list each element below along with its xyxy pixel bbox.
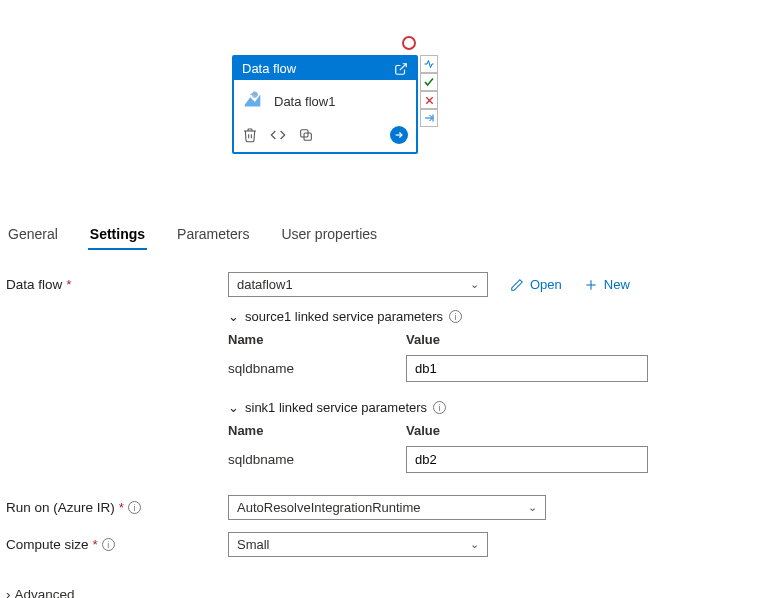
handle-skip-icon[interactable] [420,109,438,127]
activity-name: Data flow1 [274,94,335,109]
chevron-down-icon: ⌄ [228,309,239,324]
open-button[interactable]: Open [510,277,562,292]
info-icon[interactable]: i [449,310,462,323]
pencil-icon [510,278,524,292]
new-button[interactable]: New [584,277,630,292]
handle-success-icon[interactable] [420,73,438,91]
delete-icon[interactable] [242,127,258,143]
source1-param-name: sqldbname [228,361,406,376]
tab-user-properties[interactable]: User properties [279,220,379,250]
compute-field-label: Compute size * i [6,537,228,552]
info-icon[interactable]: i [102,538,115,551]
svg-line-0 [400,63,406,69]
compute-select-value: Small [237,537,270,552]
chevron-down-icon: ⌄ [228,400,239,415]
info-icon[interactable]: i [433,401,446,414]
activity-footer [234,122,416,152]
handle-failure-icon[interactable] [420,91,438,109]
compute-select[interactable]: Small ⌄ [228,532,488,557]
runon-select[interactable]: AutoResolveIntegrationRuntime ⌄ [228,495,546,520]
activity-body: Data flow1 [234,80,416,122]
table-row: sqldbname [228,446,772,473]
activity-header[interactable]: Data flow [234,57,416,80]
info-icon[interactable]: i [128,501,141,514]
sink1-param-value-input[interactable] [406,446,648,473]
handle-condition-icon[interactable] [420,55,438,73]
chevron-right-icon: › [6,587,11,598]
activity-card-dataflow[interactable]: Data flow Data flow1 [232,55,418,154]
plus-icon [584,278,598,292]
dataflow-select[interactable]: dataflow1 ⌄ [228,272,488,297]
activity-side-handles [420,55,438,127]
sink1-section-header[interactable]: ⌄ sink1 linked service parameters i [228,400,772,415]
dataflow-select-value: dataflow1 [237,277,293,292]
properties-tabs: General Settings Parameters User propert… [0,220,778,250]
copy-icon[interactable] [298,127,314,143]
chevron-down-icon: ⌄ [528,501,537,514]
runon-field-label: Run on (Azure IR) * i [6,500,228,515]
sink1-param-name: sqldbname [228,452,406,467]
source1-table-header: Name Value [228,332,772,347]
validation-marker [402,36,416,50]
chevron-down-icon: ⌄ [470,278,479,291]
runon-select-value: AutoResolveIntegrationRuntime [237,500,421,515]
source1-section-header[interactable]: ⌄ source1 linked service parameters i [228,309,772,324]
tab-settings[interactable]: Settings [88,220,147,250]
tab-parameters[interactable]: Parameters [175,220,251,250]
source1-param-value-input[interactable] [406,355,648,382]
run-arrow-icon[interactable] [390,126,408,144]
dataflow-icon [242,90,264,112]
activity-type-label: Data flow [242,61,296,76]
advanced-toggle[interactable]: › Advanced [0,579,778,598]
code-icon[interactable] [270,127,286,143]
open-external-icon[interactable] [394,62,408,76]
table-row: sqldbname [228,355,772,382]
sink1-table-header: Name Value [228,423,772,438]
chevron-down-icon: ⌄ [470,538,479,551]
dataflow-field-label: Data flow * [6,277,228,292]
tab-general[interactable]: General [6,220,60,250]
